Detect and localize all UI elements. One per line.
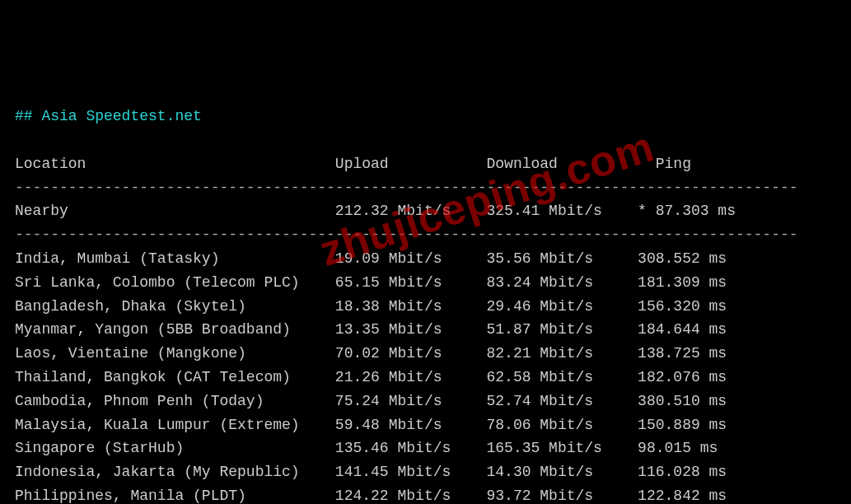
separator: ----------------------------------------… (15, 180, 798, 196)
separator: ----------------------------------------… (15, 226, 798, 243)
nearby-row: Nearby 212.32 Mbit/s 325.41 Mbit/s * 87.… (15, 203, 736, 219)
section-title: ## Asia Speedtest.net (15, 108, 202, 124)
header-row: Location Upload Download Ping (15, 156, 691, 172)
data-rows: India, Mumbai (Tatasky) 19.09 Mbit/s 35.… (15, 250, 727, 504)
